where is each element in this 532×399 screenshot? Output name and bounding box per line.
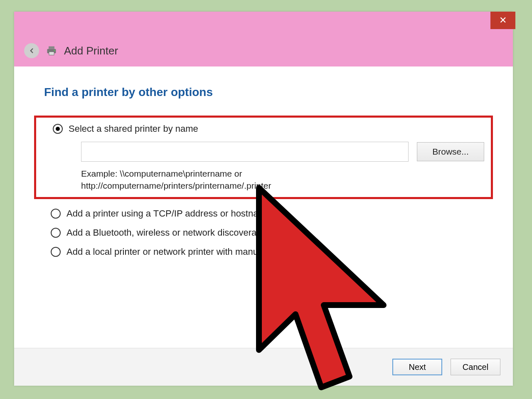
option-shared-printer-label: Select a shared printer by name [69,123,198,134]
titlebar: ✕ Add Printer [14,12,513,66]
next-button[interactable]: Next [392,359,442,375]
add-printer-wizard-window: ✕ Add Printer Find a printer by other op… [14,12,513,386]
close-icon: ✕ [499,15,507,26]
example-line-1: Example: \\computername\printername or [81,167,484,180]
browse-button[interactable]: Browse... [417,142,484,161]
svg-point-3 [54,50,55,51]
option-local-label: Add a local printer or network printer w… [66,246,299,257]
option-local[interactable]: Add a local printer or network printer w… [51,246,483,257]
window-title: Add Printer [64,44,118,57]
arrow-left-icon [28,47,35,54]
option-bluetooth[interactable]: Add a Bluetooth, wireless or network dis… [51,227,483,238]
radio-selected-icon[interactable] [53,124,63,134]
option-bluetooth-label: Add a Bluetooth, wireless or network dis… [66,227,297,238]
printer-icon [46,45,57,57]
example-line-2: http://computername/printers/printername… [81,180,484,192]
close-button[interactable]: ✕ [490,12,515,29]
page-heading: Find a printer by other options [44,86,483,99]
printer-name-row: Browse... [81,142,484,162]
option-tcpip-label: Add a printer using a TCP/IP address or … [66,208,271,219]
selected-option-highlight: Select a shared printer by name Browse..… [34,116,493,199]
title-row: Add Printer [24,43,118,58]
svg-rect-0 [49,47,54,49]
example-text: Example: \\computername\printername or h… [81,167,484,192]
cancel-button[interactable]: Cancel [451,359,500,375]
content-area: Find a printer by other options Select a… [14,66,513,257]
radio-unselected-icon[interactable] [51,228,61,238]
printer-name-input[interactable] [81,142,409,162]
other-options: Add a printer using a TCP/IP address or … [44,208,483,257]
option-shared-printer[interactable]: Select a shared printer by name [53,123,484,134]
radio-unselected-icon[interactable] [51,209,61,219]
svg-rect-2 [49,52,54,55]
option-tcpip[interactable]: Add a printer using a TCP/IP address or … [51,208,483,219]
footer: Next Cancel [14,348,513,386]
back-button[interactable] [24,43,39,58]
radio-unselected-icon[interactable] [51,247,61,257]
